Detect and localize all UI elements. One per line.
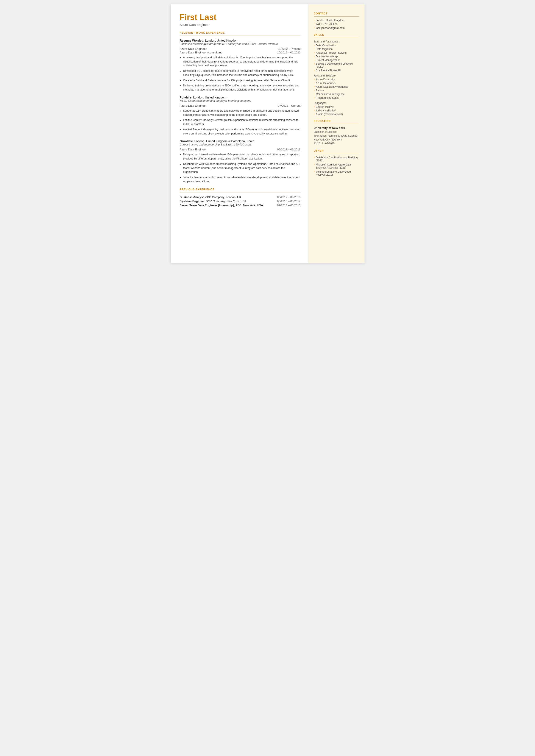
company-block-2: Polyhire, London, United Kingdom NYSE-li… [180,96,300,136]
company-subtitle-1: Education technology startup with 50+ em… [180,42,300,45]
company-name-bold-3: Growthsi, [180,139,194,143]
previous-exp-heading: PREVIOUS EXPERIENCE [180,188,300,191]
skill-2-5: MS Business Intelligence [314,93,359,96]
role-row-1-1: Azure Data Engineer 01/2022 – Present [180,47,300,50]
contact-section: CONTACT London, United Kingdom +44 0 770… [314,12,359,30]
skill-1-2: Data Migration [314,48,359,51]
role-date-3-1: 06/2018 – 09/2019 [277,148,300,151]
skills-cat-1: Skills and Techniques: [314,40,359,43]
edu-degree-text-1: Bachelor of Science [314,130,337,133]
contact-item-3: jack.johnson@gmail.com [314,26,359,30]
role-title-2-1: Azure Data Engineer [180,104,207,107]
edu-field-1: Information Technology (Data Science) [314,134,358,137]
candidate-name: First Last [180,13,300,22]
role-date-2-1: 07/2021 – Current [278,104,300,107]
bullets-3: Designed an internal webiste where 150+ … [183,153,300,183]
skill-1-6: Software Development Lifecycle (SDLC) [314,62,359,68]
contact-item-1: London, United Kingdom [314,19,359,22]
prev-exp-date-2: 06/2016 – 05/2017 [277,200,300,203]
prev-exp-item-1: Business Analyst, ABC Company, London, U… [180,195,300,199]
skill-1-5: Project Management [314,59,359,62]
prev-exp-item-2: Systems Engineer, XYZ Company, New York,… [180,200,300,203]
prev-exp-bold-2: Systems Engineer, [180,200,206,203]
other-item-3: Volunteered at the Data4Good Festival (2… [314,170,359,176]
skill-3-1: English (Native) [314,105,359,108]
company-subtitle-3: Career training and membership SaaS with… [180,143,300,146]
other-section: OTHER Databricks Certification and Badgi… [314,149,359,176]
skills-heading: SKILLS [314,33,359,37]
relevant-work-divider [180,36,300,36]
company-name-rest-2: London, United Kingdom [192,96,226,99]
company-block-1: Resume Worded, London, United Kingdom Ed… [180,39,300,92]
skills-cat-3: Languages: [314,101,359,104]
skill-2-6: Programming Scala [314,96,359,99]
role-row-3-1: Azure Data Engineer 06/2018 – 09/2019 [180,148,300,151]
education-section: EDUCATION University of New York Bachelo… [314,120,359,146]
left-column: First Last Azure Data Engineer RELEVANT … [171,4,309,263]
prev-exp-rest-2: XYZ Company, New York, USA [206,200,246,203]
role-date-1-2: 10/2019 – 01/2022 [277,51,300,54]
bullet-1-3: Created a Build and Relase process for 2… [183,78,300,83]
bullet-2-3: Assited Product Managers by designing an… [183,127,300,136]
skills-cat-2: Tools and Software: [314,74,359,77]
education-divider [314,124,359,124]
prev-exp-bold-3: Server Team Data Engineer (Internship), [180,204,235,207]
prev-exp-rest-1: ABC Company, London, UK [205,195,241,199]
bullet-3-1: Designed an internal webiste where 150+ … [183,153,300,161]
prev-exp-bold-1: Business Analyst, [180,195,205,199]
bullets-1: Analyzed, designed and built data soluti… [183,56,300,92]
prev-exp-item-3: Server Team Data Engineer (Internship), … [180,204,300,207]
company-name-1: Resume Worded, London, United Kingdom [180,39,300,42]
edu-dates-1: 11/2012 - 07/2015 [314,142,335,145]
skill-1-4: Domain Knowledge [314,55,359,58]
bullet-3-3: Joined a ten-person product team to coor… [183,176,300,183]
company-name-3: Growthsi, London, United Kingdom & Barce… [180,139,300,143]
edu-university-1: University of New York [314,126,359,129]
role-title-3-1: Azure Data Engineer [180,148,207,151]
skills-section: SKILLS Skills and Techniques: Data Visua… [314,33,359,116]
contact-heading: CONTACT [314,12,359,15]
role-row-1-2: Azure Data Engineer (consultant) 10/2019… [180,51,300,54]
bullet-3-2: Collaborated with five departments inclu… [183,162,300,174]
prev-exp-rest-3: ABC, New York, USA [235,204,263,207]
relevant-work-heading: RELEVANT WORK EXPERIENCE [180,31,300,34]
company-name-bold-2: Polyhire, [180,96,192,99]
other-heading: OTHER [314,149,359,153]
skill-2-3: Azure SQL Data Warehouse [314,85,359,88]
company-name-bold-1: Resume Worded, [180,39,204,42]
bullet-1-4: Delivered training presentations to 250+… [183,84,300,92]
company-name-2: Polyhire, London, United Kingdom [180,96,300,99]
company-name-rest-3: London, United Kingdom & Barcelona, Spai… [193,139,254,143]
skill-3-3: Arabic (Conversational) [314,113,359,116]
company-name-rest-1: London, United Kingdom [204,39,238,42]
role-title-1-1: Azure Data Engineer [180,47,207,50]
skill-1-1: Data Visualisation [314,44,359,47]
company-block-3: Growthsi, London, United Kingdom & Barce… [180,139,300,183]
prev-exp-date-3: 09/2014 – 05/2015 [277,204,300,207]
bullets-2: Supported 15+ product managers and softw… [183,109,300,136]
other-divider [314,154,359,154]
role-title-1-2: Azure Data Engineer (consultant) [180,51,223,54]
bullet-1-2: Developed SQL scripts for query automati… [183,69,300,77]
prev-exp-label-3: Server Team Data Engineer (Internship), … [180,204,263,207]
prev-exp-label-2: Systems Engineer, XYZ Company, New York,… [180,200,246,203]
company-subtitle-2: NYSE-listed recruitment and employer bra… [180,99,300,102]
contact-item-2: +44 0 7701235678 [314,23,359,26]
skill-1-3: Analytical Problem-Solving [314,51,359,54]
skills-divider [314,38,359,38]
resume-container: First Last Azure Data Engineer RELEVANT … [171,4,365,263]
bullet-2-1: Supported 15+ product managers and softw… [183,109,300,117]
role-date-1-1: 01/2022 – Present [277,47,300,50]
candidate-title: Azure Data Engineer [180,23,300,26]
right-column: CONTACT London, United Kingdom +44 0 770… [309,4,365,263]
edu-degree-1: Bachelor of Science Information Technolo… [314,130,359,146]
role-row-2-1: Azure Data Engineer 07/2021 – Current [180,104,300,107]
skill-2-2: Azure Databricks [314,82,359,85]
skill-1-7: Confidential Power BI [314,69,359,72]
skill-2-1: Azure Data Lake [314,78,359,81]
edu-block-1: University of New York Bachelor of Scien… [314,126,359,146]
bullet-1-1: Analyzed, designed and built data soluti… [183,56,300,68]
skill-2-4: Python [314,89,359,92]
prev-exp-date-1: 06/2017 – 05/2018 [277,195,300,199]
education-heading: EDUCATION [314,120,359,123]
